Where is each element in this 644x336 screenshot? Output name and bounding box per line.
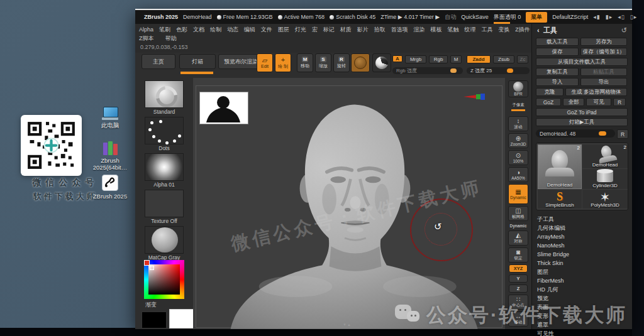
collapse-chevron-icon[interactable]: ‹ [537, 26, 540, 34]
m-toggle[interactable]: M [450, 55, 462, 63]
right-shelf-button[interactable]: Y [509, 274, 528, 283]
menu-item[interactable]: 绘制 [210, 26, 221, 34]
tab-lightbox[interactable]: 灯箱 [179, 54, 216, 69]
tool-thumbnail-demohead[interactable]: 2 DemoHead [582, 144, 628, 168]
tool-panel-button[interactable]: 载入工具 [536, 38, 579, 46]
tool-panel-button[interactable]: 灯箱▶工具 [536, 118, 628, 126]
material-selector[interactable]: MatCap Gray [144, 226, 184, 261]
right-shelf-button[interactable]: ◑ AA50% [508, 167, 528, 182]
desktop-icon-this-pc[interactable]: 此电脑 [88, 107, 132, 129]
ui-opacity-slider[interactable]: 界面透明 0 [494, 13, 521, 21]
alpha-thumbnail[interactable] [145, 153, 184, 181]
tool-panel-button[interactable]: 克隆 [536, 88, 564, 96]
texture-thumbnail[interactable] [145, 190, 184, 217]
right-shelf-button[interactable]: ⊕ Zoom3D [508, 133, 528, 148]
color-picker[interactable] [144, 260, 184, 299]
tool-panel-button[interactable]: 可见 [586, 98, 611, 106]
brush-selector[interactable]: Standard [144, 80, 184, 115]
divider-collapse-left-icon[interactable]: ◂▮ [593, 14, 600, 20]
tool-panel-button[interactable]: GoZ [536, 98, 561, 106]
active-tool-slider-knob[interactable] [599, 131, 606, 136]
current-material-button[interactable] [372, 53, 391, 72]
right-shelf-button[interactable]: Z [509, 285, 528, 293]
right-shelf-button[interactable]: ◫ 帧网格 [508, 206, 528, 221]
tool-panel-button[interactable]: 全部 [563, 98, 584, 106]
desktop-icon-zbrush-archive[interactable]: Zbrush 2025(64bit… [88, 141, 132, 171]
menu-item[interactable]: Alpha [139, 26, 153, 33]
tool-subpalette-item[interactable]: HD 几何 [537, 285, 627, 294]
matcap-thumbnail[interactable] [145, 226, 184, 254]
menu-item[interactable]: 文档 [193, 26, 204, 34]
tool-subpalette-item[interactable]: Thick Skin [537, 259, 627, 268]
right-shelf-button[interactable]: XYZ [509, 264, 528, 273]
menu-item[interactable]: 宏 [312, 26, 318, 34]
zsub-toggle[interactable]: Zsub [493, 55, 514, 63]
draw-button[interactable]: + 绘 制 [275, 53, 291, 72]
alpha-selector[interactable]: Alpha 01 [144, 153, 184, 188]
tool-panel-button[interactable]: 保存 [536, 48, 579, 56]
default-zscript-button[interactable]: DefaultZScript [552, 14, 588, 20]
menu-item[interactable]: 纹理 [464, 26, 475, 34]
panel-collapse-right-icon[interactable]: ▯▸ [630, 14, 637, 20]
tool-subpalette-item[interactable]: 图层 [537, 268, 627, 276]
tool-panel-button[interactable]: 保存（编号加 1） [580, 48, 627, 56]
right-shelf-button[interactable]: ↕ 滚动 [508, 116, 528, 131]
brush-cursor[interactable]: ↺ [410, 198, 473, 261]
menu-item[interactable]: 渲染 [414, 26, 425, 34]
tool-panel-button[interactable]: 复制工具 [536, 68, 579, 76]
menu-item[interactable]: 首选项 [391, 26, 408, 34]
zadd-toggle[interactable]: Zadd [467, 55, 491, 63]
tool-panel-button[interactable]: 另存为 [580, 38, 627, 46]
current-color-swatch[interactable] [351, 53, 370, 72]
menu-item[interactable]: 模板 [431, 26, 442, 34]
right-shelf-button[interactable]: ↔ 移动 [508, 312, 528, 327]
right-shelf-button[interactable]: Dynamic [508, 223, 528, 229]
divider-collapse-right-icon[interactable]: ▮▸ [606, 14, 613, 20]
zcut-toggle[interactable]: Zc [517, 55, 528, 63]
right-shelf-button[interactable]: ▦ Dynamic [508, 184, 528, 204]
tool-panel-button[interactable]: R [613, 98, 626, 106]
menu-item[interactable]: 标记 [323, 26, 335, 34]
secondary-color-swatch[interactable] [142, 312, 167, 328]
auto-toggle[interactable]: 自动 [445, 13, 456, 21]
z-intensity-knob[interactable] [507, 68, 513, 73]
document-canvas[interactable]: ↺ 微信公众号：软件下载大师 ▼▲ [193, 78, 505, 329]
active-tool-slider[interactable]: DemoHead. 48 [536, 129, 615, 138]
panel-collapse-left-icon[interactable]: ◂▯ [618, 14, 625, 20]
rotate-button[interactable]: R 旋转 [333, 53, 350, 72]
tool-thumbnail-simplebrush[interactable]: S SimpleBrush [538, 190, 582, 209]
right-shelf-button[interactable]: 子像素 [508, 99, 528, 114]
tool-panel-button[interactable]: 生成 多边形网格物体 [565, 88, 627, 96]
menu-item[interactable]: 影片 [357, 26, 369, 34]
tool-thumbnail-polymesh3d[interactable]: ✶ PolyMesh3D [582, 190, 628, 209]
rgb-intensity-slider[interactable]: Rgb 强度 [392, 67, 463, 74]
stroke-selector[interactable]: Dots [144, 117, 184, 151]
standard-brush-thumbnail[interactable] [145, 80, 184, 108]
tool-subpalette-item[interactable]: 预览 [537, 294, 627, 303]
menu-item[interactable]: 笔触 [447, 26, 458, 34]
menu-item[interactable]: 笔刷 [159, 26, 170, 34]
mrgb-toggle[interactable]: Mrgb [405, 55, 426, 63]
right-shelf-button[interactable]: ◙ 锁定 [508, 247, 528, 263]
tool-thumbnail-cylinder[interactable]: Cylinder3D [582, 169, 628, 189]
z-intensity-slider[interactable]: Z 强度 25 [467, 67, 530, 74]
tool-panel-button[interactable]: 粘贴工具 [580, 68, 627, 76]
tool-subpalette-item[interactable]: 变形 [537, 312, 627, 320]
texture-selector[interactable]: Texture Off [144, 190, 184, 224]
tab-home[interactable]: 主页 [142, 54, 175, 69]
scale-button[interactable]: S 缩放 [315, 53, 331, 72]
a-chip[interactable]: A [392, 55, 402, 62]
menu-item[interactable]: 拾取 [374, 26, 386, 34]
canvas-resize-handle[interactable]: ▼▲ [343, 323, 352, 327]
tool-panel-button[interactable]: 导入 [536, 78, 579, 86]
menu-item[interactable]: 图层 [278, 26, 289, 34]
menu-item[interactable]: Z插件 [515, 26, 530, 34]
right-shelf-button[interactable]: ⊙ 100% [508, 150, 528, 165]
tool-subpalette-item[interactable]: ArrayMesh [537, 232, 627, 241]
quicksave-button[interactable]: QuickSave [461, 14, 489, 20]
tool-subpalette-item[interactable]: 可见性 [537, 329, 627, 336]
menu-item[interactable]: 色彩 [176, 26, 187, 34]
tool-panel-button[interactable]: GoZ To iPad [536, 108, 628, 116]
edit-button[interactable]: ▱ Edit [257, 53, 273, 72]
menu-item[interactable]: 文件 [261, 26, 272, 34]
